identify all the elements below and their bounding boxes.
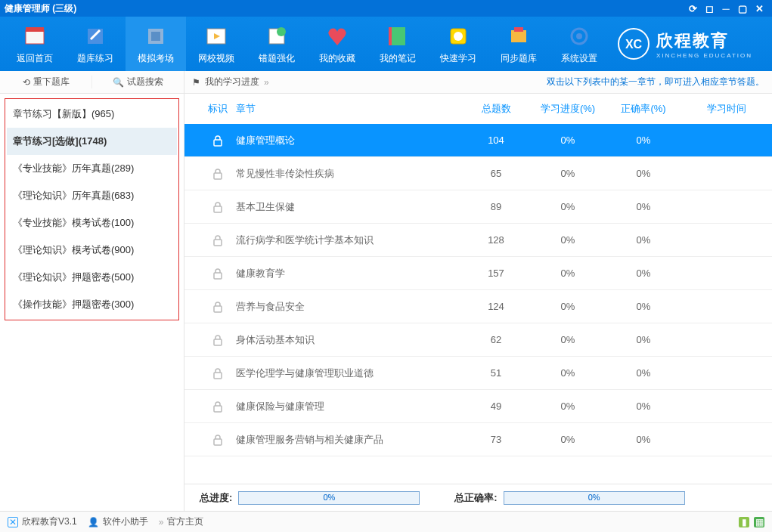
chapter-row[interactable]: 身体活动基本知识620%0% <box>184 323 772 357</box>
version-text: 欣程教育V3.1 <box>22 515 77 528</box>
sidebar-item-7[interactable]: 《操作技能》押题密卷(300) <box>7 291 177 318</box>
helper-icon: 👤 <box>88 517 99 527</box>
chapter-name: 基本卫生保健 <box>236 200 462 214</box>
chapter-row[interactable]: 基本卫生保健890%0% <box>184 190 772 224</box>
toolbar-label: 返回首页 <box>17 52 53 65</box>
svg-point-12 <box>454 32 463 41</box>
statusbar: ✕ 欣程教育V3.1 👤 软件小助手 » 官方主页 ▮ ▦ <box>0 511 772 532</box>
toolbar-settings[interactable]: 系统设置 <box>549 17 609 71</box>
svg-rect-27 <box>214 406 222 412</box>
toolbar-label: 错题强化 <box>259 52 295 65</box>
maximize-button[interactable]: ▢ <box>734 2 751 15</box>
col-accuracy: 正确率(%) <box>606 102 681 116</box>
chapter-total: 128 <box>462 234 530 246</box>
toolbar-sync[interactable]: 同步题库 <box>488 17 549 71</box>
summary-bar: 总进度: 0% 总正确率: 0% <box>184 484 772 511</box>
chapter-row[interactable]: 健康管理服务营销与相关健康产品730%0% <box>184 423 772 456</box>
svg-rect-24 <box>214 306 222 312</box>
col-total: 总题数 <box>462 102 530 116</box>
redownload-button[interactable]: ⟲ 重下题库 <box>0 76 92 88</box>
chapter-row[interactable]: 营养与食品安全1240%0% <box>184 290 772 323</box>
chapter-accuracy: 0% <box>606 234 681 246</box>
chapter-row[interactable]: 健康保险与健康管理490%0% <box>184 390 772 423</box>
study-progress-link[interactable]: 我的学习进度 <box>205 76 259 88</box>
chapter-accuracy: 0% <box>606 434 681 445</box>
sidebar-item-0[interactable]: 章节练习【新版】(965) <box>7 101 177 128</box>
svg-point-16 <box>576 33 582 39</box>
toolbar-home[interactable]: 返回首页 <box>5 17 65 71</box>
close-button[interactable]: ✕ <box>751 2 767 15</box>
svg-rect-9 <box>392 27 405 45</box>
toolbar-fav[interactable]: 我的收藏 <box>307 17 367 71</box>
chapter-name: 营养与食品安全 <box>236 300 462 314</box>
toolbar-label: 我的收藏 <box>319 52 355 65</box>
version-link[interactable]: ✕ 欣程教育V3.1 <box>8 515 77 528</box>
official-text: 官方主页 <box>167 515 203 528</box>
sidebar-item-1[interactable]: 章节练习[选做](1748) <box>7 128 177 155</box>
chapter-accuracy: 0% <box>606 367 681 379</box>
chapter-name: 医学伦理学与健康管理职业道德 <box>236 367 462 380</box>
svg-rect-23 <box>214 273 222 279</box>
toolbar-exam[interactable]: 模拟考场 <box>126 17 186 71</box>
chapter-row[interactable]: 常见慢性非传染性疾病650%0% <box>184 157 772 190</box>
search-icon: 🔍 <box>113 77 124 88</box>
col-time: 学习时间 <box>681 102 772 116</box>
chapter-name: 流行病学和医学统计学基本知识 <box>236 234 462 247</box>
sidebar-actions: ⟲ 重下题库 🔍 试题搜索 <box>0 71 184 94</box>
main-toolbar: 返回首页题库练习模拟考场网校视频错题强化我的收藏我的笔记快速学习同步题库系统设置… <box>0 17 772 71</box>
chapter-row[interactable]: 医学伦理学与健康管理职业道德510%0% <box>184 357 772 390</box>
chapter-total: 104 <box>462 135 530 146</box>
sidebar-item-4[interactable]: 《专业技能》模考试卷(100) <box>7 209 177 237</box>
pin-button[interactable]: ◻ <box>701 2 718 15</box>
toolbar-notes[interactable]: 我的笔记 <box>367 17 428 71</box>
home-icon <box>22 23 48 49</box>
calendar-icon[interactable]: ▦ <box>754 517 764 527</box>
hint-text: 双击以下列表中的某一章节，即可进入相应章节答题。 <box>547 76 764 88</box>
svg-rect-4 <box>151 32 160 41</box>
official-link[interactable]: » 官方主页 <box>159 515 204 528</box>
sidebar-item-2[interactable]: 《专业技能》历年真题(289) <box>7 155 177 182</box>
chapter-total: 51 <box>462 367 530 379</box>
sidebar-item-6[interactable]: 《理论知识》押题密卷(500) <box>7 264 177 291</box>
titlebar: 健康管理师 (三级) ⟳ ◻ ─ ▢ ✕ <box>0 0 772 17</box>
svg-rect-1 <box>26 27 44 32</box>
chapter-row[interactable]: 健康管理概论1040%0% <box>184 124 772 157</box>
svg-rect-25 <box>214 339 222 345</box>
helper-link[interactable]: 👤 软件小助手 <box>88 515 148 528</box>
fav-icon <box>324 23 350 49</box>
lock-icon <box>200 200 236 214</box>
chapter-accuracy: 0% <box>606 135 681 146</box>
sync-icon <box>506 23 532 49</box>
svg-rect-20 <box>214 173 222 179</box>
toolbar-practice[interactable]: 题库练习 <box>65 17 126 71</box>
lock-icon <box>200 134 236 147</box>
chapter-row[interactable]: 流行病学和医学统计学基本知识1280%0% <box>184 224 772 257</box>
chapter-total: 49 <box>462 401 530 412</box>
chapter-accuracy: 0% <box>606 401 681 412</box>
chapter-progress: 0% <box>530 135 606 146</box>
restore-button[interactable]: ⟳ <box>684 2 701 15</box>
lock-icon <box>200 300 236 314</box>
svg-rect-0 <box>26 30 44 44</box>
chapter-name: 常见慢性非传染性疾病 <box>236 167 462 181</box>
total-accuracy-value: 0% <box>504 493 684 502</box>
chapter-row[interactable]: 健康教育学1570%0% <box>184 257 772 290</box>
total-progress-bar: 0% <box>238 491 420 505</box>
toolbar-wrong[interactable]: 错题强化 <box>246 17 307 71</box>
toolbar-label: 系统设置 <box>561 52 597 65</box>
total-accuracy-label: 总正确率: <box>454 491 497 505</box>
total-progress-label: 总进度: <box>200 491 232 505</box>
chapter-name: 身体活动基本知识 <box>236 333 462 347</box>
chapter-progress: 0% <box>530 434 606 445</box>
search-questions-button[interactable]: 🔍 试题搜索 <box>92 76 184 88</box>
toolbar-fast[interactable]: 快速学习 <box>428 17 488 71</box>
svg-point-8 <box>277 27 286 36</box>
minimize-button[interactable]: ─ <box>718 2 734 15</box>
chapter-progress: 0% <box>530 234 606 246</box>
chapter-progress: 0% <box>530 301 606 312</box>
sidebar-item-3[interactable]: 《理论知识》历年真题(683) <box>7 182 177 209</box>
stats-icon[interactable]: ▮ <box>739 517 749 527</box>
toolbar-video[interactable]: 网校视频 <box>186 17 246 71</box>
sidebar-item-5[interactable]: 《理论知识》模考试卷(900) <box>7 237 177 264</box>
col-chapter: 章节 <box>236 102 462 116</box>
